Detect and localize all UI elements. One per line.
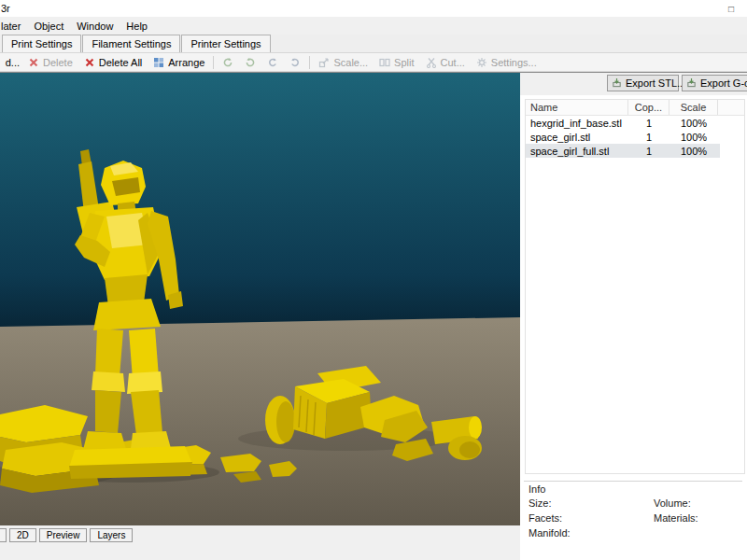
rotate-ccw-icon — [222, 57, 233, 68]
menu-help[interactable]: Help — [120, 17, 154, 35]
tab-preview[interactable]: Preview — [39, 528, 88, 542]
scale-icon — [318, 57, 330, 68]
rotate-45-cw-button[interactable] — [285, 54, 305, 71]
settings-icon — [476, 57, 487, 68]
export-gcode-icon — [686, 77, 698, 89]
rotate-cw-icon — [245, 57, 256, 68]
split-icon — [379, 57, 390, 68]
arrange-icon — [153, 57, 164, 68]
object-row-space-girl-full[interactable]: space_girl_full.stl 1 100% — [526, 144, 720, 158]
object-row-space-girl[interactable]: space_girl.stl 1 100% — [526, 130, 720, 144]
delete-icon — [28, 57, 39, 68]
tab-2d[interactable]: 2D — [9, 528, 36, 542]
column-header-name[interactable]: Name — [526, 100, 628, 115]
rotate-45-ccw-button[interactable] — [262, 54, 283, 71]
info-section-title: Info — [529, 483, 545, 495]
tab-3d-partial[interactable] — [0, 528, 7, 542]
info-separator — [524, 481, 742, 482]
cut-icon — [426, 57, 437, 68]
export-stl-button[interactable]: Export STL... — [607, 75, 679, 91]
rotate-45-ccw-icon — [267, 57, 278, 68]
split-button[interactable]: Split — [374, 54, 418, 71]
delete-all-button[interactable]: Delete All — [79, 54, 147, 71]
3d-viewport[interactable] — [0, 72, 520, 525]
toolbar-separator — [213, 56, 214, 69]
menubar: later Object Window Help — [0, 17, 747, 35]
rotate-cw-button[interactable] — [240, 54, 261, 71]
settings-tabstrip: Print Settings Filament Settings Printer… — [0, 35, 747, 53]
tab-filament-settings[interactable]: Filament Settings — [82, 35, 180, 52]
delete-all-icon — [84, 57, 95, 68]
titlebar[interactable]: 3r □ — [0, 0, 747, 17]
maximize-button[interactable]: □ — [715, 0, 747, 17]
plater-side-panel: Export STL... Export G-code... Name Cop.… — [520, 72, 747, 560]
export-stl-icon — [612, 77, 623, 89]
object-list-header: Name Cop... Scale — [526, 100, 744, 116]
settings-button[interactable]: Settings... — [472, 54, 542, 71]
object-list: Name Cop... Scale hexgrid_inf_base.stl 1… — [525, 99, 745, 474]
menu-window[interactable]: Window — [70, 17, 120, 35]
info-size-label: Size: — [529, 497, 551, 509]
delete-button[interactable]: Delete — [23, 54, 78, 71]
object-row-hexgrid-inf-base[interactable]: hexgrid_inf_base.stl 1 100% — [526, 116, 720, 130]
rotate-45-cw-icon — [289, 57, 301, 68]
column-header-copies[interactable]: Cop... — [628, 100, 669, 115]
view-tab-strip: 2D Preview Layers — [0, 525, 520, 544]
toolbar-separator — [309, 56, 310, 69]
viewport-scene — [0, 73, 520, 525]
info-materials-label: Materials: — [654, 512, 698, 524]
info-facets-label: Facets: — [529, 512, 562, 524]
info-volume-label: Volume: — [654, 497, 691, 509]
add-button[interactable]: d... — [1, 54, 21, 71]
tab-layers[interactable]: Layers — [90, 528, 133, 542]
cut-button[interactable]: Cut... — [421, 54, 470, 71]
export-button-row: Export STL... Export G-code... — [520, 73, 747, 95]
info-manifold-label: Manifold: — [529, 527, 571, 539]
tab-printer-settings[interactable]: Printer Settings — [181, 35, 270, 52]
column-header-scale[interactable]: Scale — [669, 100, 718, 115]
scale-button[interactable]: Scale... — [314, 54, 373, 71]
menu-plater[interactable]: later — [0, 17, 27, 35]
window-title: 3r — [1, 3, 10, 14]
arrange-button[interactable]: Arrange — [148, 54, 209, 71]
rotate-ccw-button[interactable] — [218, 54, 238, 71]
menu-object[interactable]: Object — [27, 17, 70, 35]
tab-print-settings[interactable]: Print Settings — [2, 35, 81, 52]
plater-toolbar: d... Delete Delete All Arrange — [0, 53, 747, 72]
export-gcode-button[interactable]: Export G-code... — [682, 75, 747, 91]
